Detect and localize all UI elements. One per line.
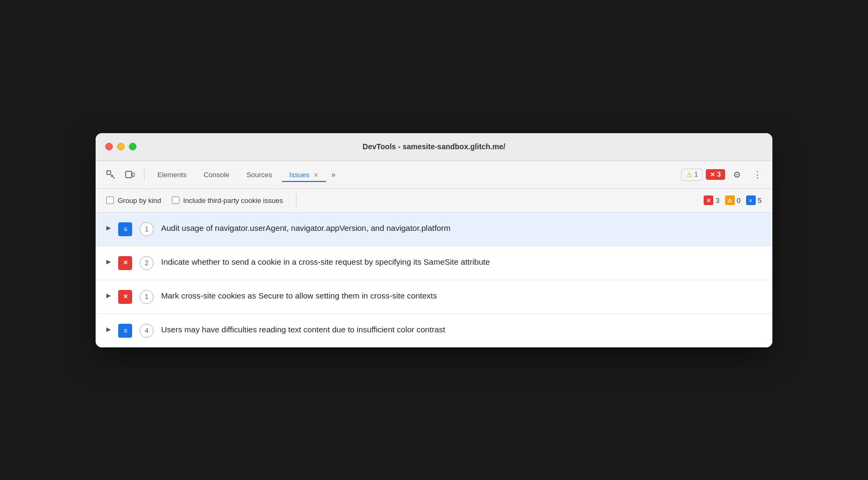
svg-rect-2 (132, 173, 134, 177)
more-icon: ⋮ (753, 170, 762, 180)
issue-count-2: 2 (140, 256, 154, 270)
issues-list: ▶ ≡ 1 Audit usage of navigator.userAgent… (96, 213, 772, 347)
issue-count-1: 1 (140, 222, 154, 236)
expand-arrow-1[interactable]: ▶ (106, 224, 111, 231)
issue-text-3: Mark cross-site cookies as Secure to all… (161, 290, 762, 302)
issue-text-4: Users may have difficulties reading text… (161, 324, 762, 336)
include-third-party-label: Include third-party cookie issues (183, 197, 283, 205)
expand-arrow-3[interactable]: ▶ (106, 292, 111, 299)
traffic-lights (105, 143, 136, 150)
info-chat-icon: ≡ (749, 198, 753, 203)
issue-type-icon-1: ≡ (118, 222, 132, 236)
warning-count-display: ⚠ 0 (725, 195, 741, 205)
yellow-traffic-light[interactable] (117, 143, 125, 150)
error-count-display: ✕ 3 (704, 195, 719, 205)
filter-counts: ✕ 3 ⚠ 0 ≡ 5 (704, 195, 762, 205)
info-icon-1: ≡ (124, 226, 127, 233)
tab-bar: Elements Console Sources Issues ✕ » ⚠ 1 … (96, 161, 772, 189)
warning-triangle-icon: ⚠ (727, 198, 732, 203)
group-by-kind-label: Group by kind (118, 197, 161, 205)
issue-row-2[interactable]: ▶ ✕ 2 Indicate whether to send a cookie … (96, 246, 772, 280)
error-x-icon: ✕ (710, 171, 715, 178)
tab-elements[interactable]: Elements (150, 168, 194, 182)
group-by-kind-checkbox[interactable] (106, 197, 114, 204)
tab-separator-1 (144, 168, 144, 181)
filter-bar: Group by kind Include third-party cookie… (96, 189, 772, 213)
issue-count-3: 1 (140, 290, 154, 304)
issue-row-3[interactable]: ▶ ✕ 1 Mark cross-site cookies as Secure … (96, 280, 772, 314)
include-third-party-checkbox[interactable] (172, 197, 179, 204)
tab-issues-close[interactable]: ✕ (314, 172, 319, 178)
filter-separator (296, 194, 296, 207)
window-title: DevTools - samesite-sandbox.glitch.me/ (363, 142, 505, 151)
issue-type-icon-4: ≡ (118, 324, 132, 338)
tab-sources[interactable]: Sources (239, 168, 280, 182)
gear-icon: ⚙ (733, 170, 741, 180)
green-traffic-light[interactable] (129, 143, 136, 150)
tab-console[interactable]: Console (196, 168, 237, 182)
warning-badge[interactable]: ⚠ 1 (681, 169, 703, 181)
svg-rect-1 (126, 171, 132, 178)
tab-issues[interactable]: Issues ✕ (282, 168, 326, 182)
warning-count: 1 (695, 171, 698, 178)
title-bar: DevTools - samesite-sandbox.glitch.me/ (96, 133, 772, 161)
warning-icon: ⚠ (686, 171, 692, 179)
error-count-num: 3 (715, 197, 719, 205)
info-icon-4: ≡ (124, 327, 127, 334)
group-by-kind-filter[interactable]: Group by kind (106, 197, 161, 205)
info-badge-icon: ≡ (746, 195, 756, 205)
device-toggle-button[interactable] (121, 166, 139, 183)
tab-more-button[interactable]: » (328, 170, 339, 179)
settings-button[interactable]: ⚙ (728, 166, 746, 183)
issue-count-4: 4 (140, 324, 154, 338)
error-badge-icon: ✕ (704, 195, 713, 205)
error-count: 3 (717, 171, 721, 178)
svg-rect-0 (107, 171, 111, 174)
issue-text-2: Indicate whether to send a cookie in a c… (161, 256, 762, 268)
devtools-window: DevTools - samesite-sandbox.glitch.me/ E… (96, 133, 772, 347)
issue-type-icon-2: ✕ (118, 256, 132, 270)
error-badge[interactable]: ✕ 3 (706, 169, 725, 180)
warning-count-num: 0 (737, 197, 741, 205)
inspect-element-button[interactable] (102, 166, 119, 183)
more-options-button[interactable]: ⋮ (749, 166, 766, 183)
issue-row-4[interactable]: ▶ ≡ 4 Users may have difficulties readin… (96, 314, 772, 347)
red-traffic-light[interactable] (105, 143, 113, 150)
warning-badge-icon: ⚠ (725, 195, 735, 205)
info-count-num: 5 (758, 197, 762, 205)
error-x-icon-small: ✕ (706, 198, 711, 203)
tab-badges: ⚠ 1 ✕ 3 ⚙ ⋮ (681, 166, 766, 183)
include-third-party-filter[interactable]: Include third-party cookie issues (172, 197, 283, 205)
issue-row-1[interactable]: ▶ ≡ 1 Audit usage of navigator.userAgent… (96, 213, 772, 246)
expand-arrow-2[interactable]: ▶ (106, 258, 111, 265)
issue-type-icon-3: ✕ (118, 290, 132, 304)
error-icon-2: ✕ (123, 259, 128, 266)
error-icon-3: ✕ (123, 293, 128, 300)
issue-text-1: Audit usage of navigator.userAgent, navi… (161, 222, 762, 234)
expand-arrow-4[interactable]: ▶ (106, 326, 111, 333)
info-count-display: ≡ 5 (746, 195, 762, 205)
